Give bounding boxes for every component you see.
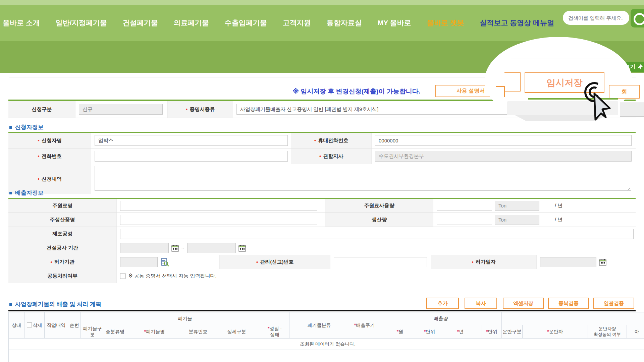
group-waste: 폐기물 [81,312,289,325]
search-input[interactable] [564,11,629,24]
required-dot: ● [319,155,321,158]
raw-material-usage-label: 주원료사용량 [325,199,433,213]
nav-item-chatbot[interactable]: 올바로 챗봇 [427,18,464,27]
main-product-input[interactable] [120,215,317,225]
calendar-icon[interactable] [599,258,606,266]
magnified-title-divider [511,59,613,59]
document-search-icon[interactable] [160,258,169,266]
nav-item-construction-waste[interactable]: 건설폐기물 [123,18,158,27]
required-dot: ● [38,139,40,142]
required-dot: ● [50,260,52,264]
search-box [563,11,629,25]
required-dot: ● [38,177,40,181]
raw-material-input[interactable] [120,201,317,211]
permit-date-label: ● 허가일자 [431,255,537,269]
jurisdiction-input[interactable] [375,151,632,162]
col-delete: 삭제 [24,312,45,339]
production-label: 생산량 [325,213,433,227]
period-start-input[interactable] [120,243,169,253]
request-type-input[interactable] [79,104,163,115]
required-dot: ● [472,260,474,264]
group-transport-spacer [502,312,644,325]
nav-item-data-library[interactable]: 통합자료실 [327,18,362,27]
request-type-label: 신청구분 [8,101,75,118]
phone-input[interactable] [95,151,288,162]
section-bullet-icon [9,192,12,194]
nav-items: 올바로 소개 일반/지정폐기물 건설폐기물 의료폐기물 수출입폐기물 고객지원 … [3,5,554,41]
nav-item-general-designated-waste[interactable]: 일반/지정폐기물 [56,18,107,27]
temp-save-notice: ※ 임시저장 후 변경신청(제출)이 가능합니다. [235,87,420,96]
copy-row-button[interactable]: 복사 [465,298,497,309]
period-end-input[interactable] [187,243,236,253]
permit-date-input[interactable] [540,257,596,267]
col-vehicle-confirm: 운반차량 확정동의 여부 [588,325,627,339]
request-detail-textarea[interactable] [95,166,631,191]
applicant-name-label: ● 신청자명 [8,133,91,148]
joint-processing-note: ※ 공동 증명서 선택시 자동 입력됩니다. [128,273,217,279]
construction-period-label: 건설공사 기간 [8,241,117,255]
nav-item-video-manual[interactable]: 실적보고 동영상 메뉴얼 [480,18,554,27]
col-detail-class: 상세구분 [213,325,260,339]
duplicate-check-button[interactable]: 중복검증 [548,298,589,309]
empty-row [9,350,644,362]
report-number-input[interactable] [334,257,427,267]
nav-item-medical-waste[interactable]: 의료폐기물 [174,18,209,27]
manufacturing-process-input[interactable] [120,229,634,239]
col-unit-month: *단위 [420,325,439,339]
plan-table-top-border [8,310,636,311]
mobile-label: ● 휴대전화번호 [291,133,372,148]
certificate-type-label: ● 증명서종류 [168,101,233,118]
permit-agency-input[interactable] [120,257,158,267]
required-dot: ● [185,108,187,111]
pushpin-icon [638,64,643,69]
joint-processing-label: 공동처리여부 [8,269,117,283]
production-unit[interactable] [495,215,539,225]
nav-item-allbaro-intro[interactable]: 올바로 소개 [3,18,40,27]
calendar-icon[interactable] [171,244,179,252]
nav-item-import-export-waste[interactable]: 수출입폐기물 [225,18,267,27]
excel-save-button[interactable]: 엑셀저장 [503,298,544,309]
applicant-name-input[interactable] [95,135,288,146]
col-unit-year: *단위 [482,325,502,339]
col-month: *월 [380,325,420,339]
click-indicator-icon [581,81,614,124]
raw-material-usage-input[interactable] [437,201,492,211]
calendar-icon[interactable] [238,244,246,252]
col-waste-name: *폐기물명 [126,325,183,339]
mobile-input[interactable] [375,135,632,146]
add-row-button[interactable]: 추가 [426,298,459,309]
col-mid-class: 증분류명 [104,325,126,339]
per-year-label: / 년 [555,217,562,223]
discharger-section-title: 배출자정보 [9,189,44,197]
section-bullet-icon [9,126,12,129]
col-work-history: 작업내역 [45,312,68,339]
no-data-message: 조회된 데이터가 없습니다. [9,339,644,350]
col-class-number: 분류번호 [183,325,213,339]
report-number-label: ● 관리(신고)번호 [220,255,330,269]
applicant-section-title: 신청자정보 [9,123,44,131]
search-button[interactable] [631,9,644,27]
required-dot: ● [256,260,258,264]
topbar-light-strip [0,0,644,5]
col-discharge-cycle: *배출주기 [349,312,380,339]
col-waste-type: 폐기물구분 [81,325,104,339]
batch-check-button[interactable]: 일괄검증 [593,298,634,309]
production-input[interactable] [437,215,492,225]
main-navbar: 올바로 소개 일반/지정폐기물 건설폐기물 의료폐기물 수출입폐기물 고객지원 … [0,5,644,41]
per-year-label: / 년 [555,202,562,209]
nav-item-my-allbaro[interactable]: MY 올바로 [378,18,411,27]
nav-item-customer-support[interactable]: 고객지원 [283,18,311,27]
magnified-button-fragment-left [504,72,521,92]
col-year: *년 [439,325,482,339]
raw-material-usage-unit[interactable] [495,201,539,211]
col-property-state: *성질 · 상태 [260,325,289,339]
applicant-table: ● 신청자명 ● 휴대전화번호 ● 전화번호 ● 관할지사 ● [8,133,636,194]
required-dot: ● [38,155,40,158]
phone-label: ● 전화번호 [8,148,91,164]
joint-processing-checkbox[interactable] [120,273,126,279]
search-icon [634,13,644,25]
main-product-label: 주생산품명 [8,213,117,227]
discharger-table: 주원료명 주원료사용량 / 년 주생산품명 생산량 / 년 [8,199,636,283]
select-all-checkbox[interactable] [27,322,32,327]
raw-material-label: 주원료명 [8,199,117,213]
